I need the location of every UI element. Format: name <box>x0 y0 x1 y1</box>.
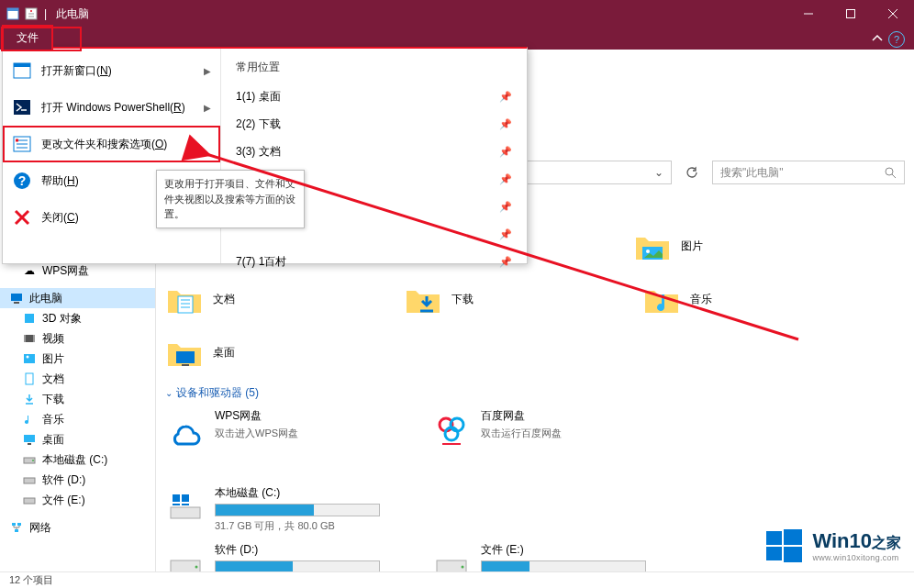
menu-powershell[interactable]: 打开 Windows PowerShell(R) ▶ <box>3 89 220 126</box>
pin-icon[interactable]: 📌 <box>499 173 512 185</box>
sidebar-item-video[interactable]: 视频 <box>0 328 155 349</box>
watermark: Win10之家 www.win10xitong.com <box>764 526 901 566</box>
chevron-down-icon: ⌄ <box>165 388 173 398</box>
folder-pictures[interactable]: 图片 <box>633 224 798 268</box>
svg-rect-33 <box>24 435 35 442</box>
drive-e[interactable]: 文件 (E:)137 GB 可用，共 192 GB <box>431 542 661 571</box>
menu-new-window[interactable]: 打开新窗口(N) ▶ <box>3 52 220 89</box>
file-tab[interactable]: 文件 <box>2 25 53 50</box>
sidebar-item-drive-d[interactable]: 软件 (D:) <box>0 470 155 490</box>
svg-point-43 <box>646 250 650 253</box>
sidebar-item-thispc[interactable]: 此电脑 <box>0 288 155 308</box>
svg-point-62 <box>462 566 464 569</box>
svg-rect-68 <box>784 547 802 562</box>
doc-icon <box>22 372 37 386</box>
svg-rect-1 <box>7 8 18 11</box>
svg-rect-25 <box>14 302 19 304</box>
drive-wps[interactable]: WPS网盘双击进入WPS网盘 <box>165 408 395 449</box>
svg-rect-39 <box>12 523 16 526</box>
sidebar-item-network[interactable]: 网络 <box>0 517 155 538</box>
svg-rect-11 <box>14 63 30 67</box>
svg-rect-53 <box>442 443 461 445</box>
file-menu: 打开新窗口(N) ▶ 打开 Windows PowerShell(R) ▶ 更改… <box>2 47 528 264</box>
svg-rect-34 <box>28 443 31 445</box>
pin-icon[interactable]: 📌 <box>499 228 512 240</box>
sidebar-item-drive-e[interactable]: 文件 (E:) <box>0 490 155 510</box>
search-input[interactable]: 搜索"此电脑" <box>712 161 905 184</box>
folder-downloads[interactable]: 下载 <box>404 277 569 321</box>
3d-icon <box>22 311 37 326</box>
svg-rect-24 <box>11 294 22 301</box>
drive-baidu[interactable]: 百度网盘双击运行百度网盘 <box>431 408 661 449</box>
help-icon[interactable]: ? <box>888 31 905 48</box>
svg-rect-54 <box>171 507 200 518</box>
folder-icon <box>404 280 442 318</box>
sidebar-item-pictures[interactable]: 图片 <box>0 349 155 369</box>
svg-rect-67 <box>766 547 782 560</box>
options-icon <box>12 134 32 154</box>
expand-ribbon-icon[interactable] <box>872 33 883 44</box>
folder-music[interactable]: 音乐 <box>642 277 808 321</box>
menu-folder-options[interactable]: 更改文件夹和搜索选项(O) <box>3 126 220 162</box>
sidebar-item-3d[interactable]: 3D 对象 <box>0 308 155 328</box>
maximize-button[interactable] <box>830 0 872 28</box>
drive-c[interactable]: 本地磁盘 (C:)31.7 GB 可用，共 80.0 GB <box>165 485 395 533</box>
svg-rect-58 <box>182 504 189 505</box>
folder-desktop[interactable]: 桌面 <box>165 330 330 374</box>
cloud-icon: ☁ <box>22 263 37 278</box>
status-bar: 12 个项目 <box>0 571 914 588</box>
svg-rect-49 <box>182 364 189 366</box>
drive-d[interactable]: 软件 (D:)102 GB 可用，共 193 GB <box>165 542 395 571</box>
frequent-item[interactable]: 7(7) 1百村📌 <box>221 248 527 275</box>
svg-rect-48 <box>176 351 195 363</box>
drive-icon <box>22 472 37 487</box>
window-icon <box>12 61 32 81</box>
minimize-button[interactable] <box>787 0 830 28</box>
svg-line-23 <box>892 174 896 178</box>
properties-icon[interactable] <box>24 6 39 21</box>
svg-rect-41 <box>15 529 18 532</box>
pin-icon[interactable]: 📌 <box>499 201 512 213</box>
frequent-item[interactable]: 2(2) 下载📌 <box>221 110 527 138</box>
svg-rect-57 <box>173 504 180 505</box>
menu-label: 打开 Windows PowerShell(R) <box>41 100 185 116</box>
drive-icon <box>22 493 37 507</box>
folder-documents[interactable]: 文档 <box>165 277 330 321</box>
chevron-down-icon[interactable]: ⌄ <box>654 166 663 179</box>
frequent-item[interactable]: 3(3) 文档📌 <box>221 138 527 165</box>
sidebar-item-desktop[interactable]: 桌面 <box>0 429 155 449</box>
hdd-icon <box>431 542 472 571</box>
desktop-icon <box>22 432 37 447</box>
search-icon[interactable] <box>885 167 897 179</box>
chevron-right-icon: ▶ <box>204 66 211 76</box>
pin-icon[interactable]: 📌 <box>499 146 512 158</box>
svg-rect-55 <box>173 494 180 502</box>
svg-point-3 <box>30 10 32 12</box>
download-icon <box>22 392 37 406</box>
usage-bar <box>215 560 380 571</box>
sidebar-item-downloads[interactable]: 下载 <box>0 389 155 409</box>
pin-icon[interactable]: 📌 <box>499 256 512 268</box>
close-button[interactable] <box>872 0 914 28</box>
svg-rect-7 <box>847 10 855 18</box>
titlebar: | 此电脑 <box>0 0 914 28</box>
cloud-icon <box>165 408 206 449</box>
pin-icon[interactable]: 📌 <box>499 91 512 103</box>
sidebar-item-music[interactable]: 音乐 <box>0 409 155 429</box>
drives-section-header[interactable]: ⌄ 设备和驱动器 (5) <box>165 385 905 401</box>
pic-icon <box>22 351 37 366</box>
svg-rect-28 <box>24 335 26 342</box>
svg-rect-38 <box>24 498 35 504</box>
svg-rect-29 <box>33 335 35 342</box>
refresh-button[interactable] <box>679 161 705 184</box>
svg-rect-66 <box>784 529 802 545</box>
svg-rect-17 <box>16 139 18 142</box>
sidebar-item-drive-c[interactable]: 本地磁盘 (C:) <box>0 449 155 470</box>
frequent-item[interactable]: 1(1) 桌面📌 <box>221 83 527 110</box>
help-circle-icon: ? <box>12 171 32 191</box>
sidebar-item-documents[interactable]: 文档 <box>0 369 155 389</box>
pin-icon[interactable]: 📌 <box>499 118 512 130</box>
svg-rect-40 <box>17 523 21 526</box>
svg-rect-37 <box>24 478 35 483</box>
frequent-places-title: 常用位置 <box>221 56 527 83</box>
